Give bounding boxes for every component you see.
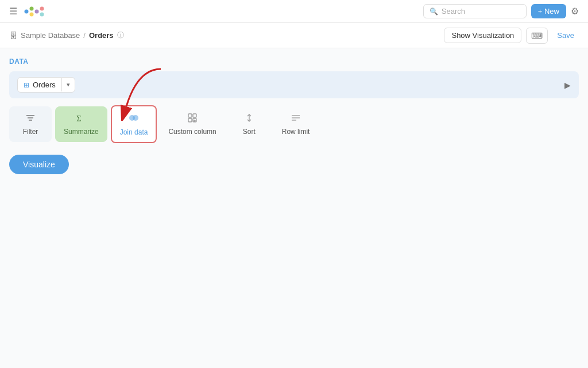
custom-column-button[interactable]: Custom column: [160, 107, 224, 141]
row-limit-icon: [291, 113, 301, 125]
custom-column-icon: [187, 113, 198, 125]
data-source-right-arrow[interactable]: ▶: [564, 80, 571, 90]
orders-pill[interactable]: ⊞ Orders ▾: [17, 77, 75, 93]
filter-label: Filter: [23, 128, 38, 136]
row-limit-label: Row limit: [282, 128, 310, 136]
search-icon: 🔍: [430, 7, 438, 16]
nav-left: ☰: [9, 5, 45, 18]
app-logo: [24, 5, 45, 18]
save-button[interactable]: Save: [552, 28, 579, 43]
search-placeholder: Search: [442, 7, 465, 16]
row-limit-button[interactable]: Row limit: [274, 107, 318, 141]
nav-right: 🔍 Search + New ⚙: [423, 4, 579, 18]
sort-icon: [244, 113, 254, 125]
database-icon: 🗄: [9, 31, 17, 40]
settings-icon[interactable]: ⚙: [571, 6, 579, 17]
sort-label: Sort: [243, 128, 256, 136]
orders-chevron[interactable]: ▾: [61, 78, 75, 91]
breadcrumb-bar: 🗄 Sample Database / Orders ⓘ Show Visual…: [0, 23, 588, 48]
summarize-label: Summarize: [64, 128, 99, 136]
svg-rect-12: [188, 114, 192, 117]
svg-point-1: [30, 6, 34, 10]
visualize-button[interactable]: Visualize: [9, 155, 69, 174]
show-visualization-button[interactable]: Show Visualization: [444, 28, 521, 43]
info-icon[interactable]: ⓘ: [117, 30, 124, 40]
breadcrumb-separator: /: [83, 31, 86, 40]
logo-icon: [24, 5, 45, 18]
filter-icon: [25, 113, 36, 125]
search-box[interactable]: 🔍 Search: [423, 4, 527, 18]
hamburger-icon[interactable]: ☰: [9, 6, 17, 17]
sort-button[interactable]: Sort: [228, 107, 270, 141]
breadcrumb-actions: Show Visualization ⌨ Save: [444, 28, 579, 44]
filter-button[interactable]: Filter: [9, 106, 52, 142]
data-source-row: ⊞ Orders ▾ ▶: [9, 71, 579, 98]
summarize-icon: Σ: [76, 113, 86, 125]
custom-column-label: Custom column: [168, 128, 216, 136]
new-button-label: + New: [538, 7, 559, 16]
svg-point-5: [40, 12, 44, 16]
notebook-icon-button[interactable]: ⌨: [526, 28, 548, 44]
orders-icon: ⊞: [24, 81, 29, 89]
svg-point-4: [40, 6, 44, 10]
join-icon: [128, 112, 140, 126]
join-data-label: Join data: [120, 128, 148, 136]
svg-point-2: [30, 12, 34, 16]
svg-text:Σ: Σ: [76, 114, 82, 123]
orders-label: Orders: [33, 80, 56, 89]
svg-point-11: [133, 115, 138, 121]
breadcrumb-current: Orders: [89, 31, 114, 40]
breadcrumb-db[interactable]: Sample Database: [21, 31, 80, 40]
section-data-label: Data: [9, 57, 579, 66]
new-button[interactable]: + New: [531, 4, 566, 18]
svg-point-0: [25, 9, 29, 13]
join-data-button[interactable]: Join data: [111, 105, 157, 143]
breadcrumb: 🗄 Sample Database / Orders ⓘ: [9, 30, 124, 40]
svg-rect-13: [193, 114, 196, 117]
orders-pill-label: ⊞ Orders: [18, 78, 61, 92]
notebook-icon: ⌨: [531, 31, 543, 40]
summarize-button[interactable]: Σ Summarize: [55, 106, 107, 142]
action-buttons-row: Filter Σ Summarize Joi: [9, 105, 579, 143]
svg-rect-14: [188, 118, 192, 122]
main-content: Data ⊞ Orders ▾ ▶: [0, 48, 588, 183]
svg-point-3: [35, 9, 39, 13]
